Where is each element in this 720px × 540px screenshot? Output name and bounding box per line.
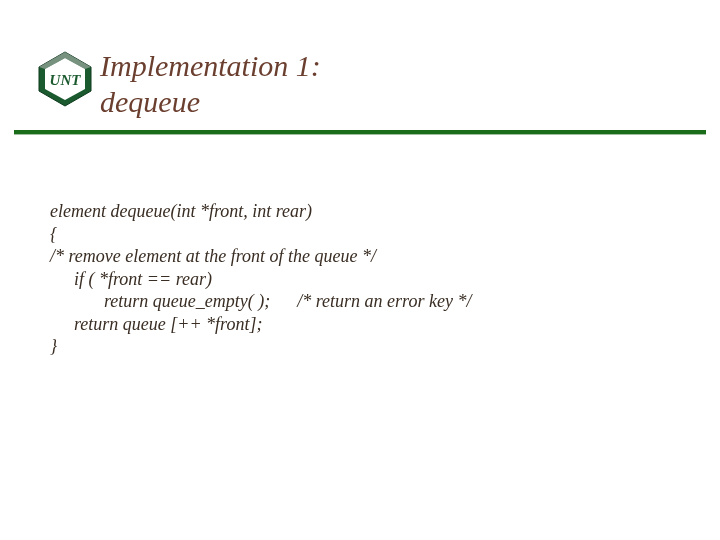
- code-body: element dequeue(int *front, int rear) { …: [50, 200, 670, 358]
- code-line: return queue_empty( ); /* return an erro…: [50, 290, 670, 313]
- slide-title: Implementation 1: dequeue: [100, 48, 660, 120]
- code-line: /* remove element at the front of the qu…: [50, 245, 670, 268]
- code-line: }: [50, 335, 670, 358]
- code-line: return queue [++ *front];: [50, 313, 670, 336]
- university-logo: UNT: [36, 50, 94, 108]
- title-underline: [14, 130, 706, 135]
- code-fragment: return queue_empty( );: [104, 291, 270, 311]
- title-line-1: Implementation 1:: [100, 48, 660, 84]
- code-comment: /* return an error key */: [297, 291, 471, 311]
- code-line: element dequeue(int *front, int rear): [50, 200, 670, 223]
- code-line: {: [50, 223, 670, 246]
- svg-text:UNT: UNT: [50, 72, 82, 88]
- slide: UNT Implementation 1: dequeue element de…: [0, 0, 720, 540]
- title-line-2: dequeue: [100, 84, 660, 120]
- code-line: if ( *front == rear): [50, 268, 670, 291]
